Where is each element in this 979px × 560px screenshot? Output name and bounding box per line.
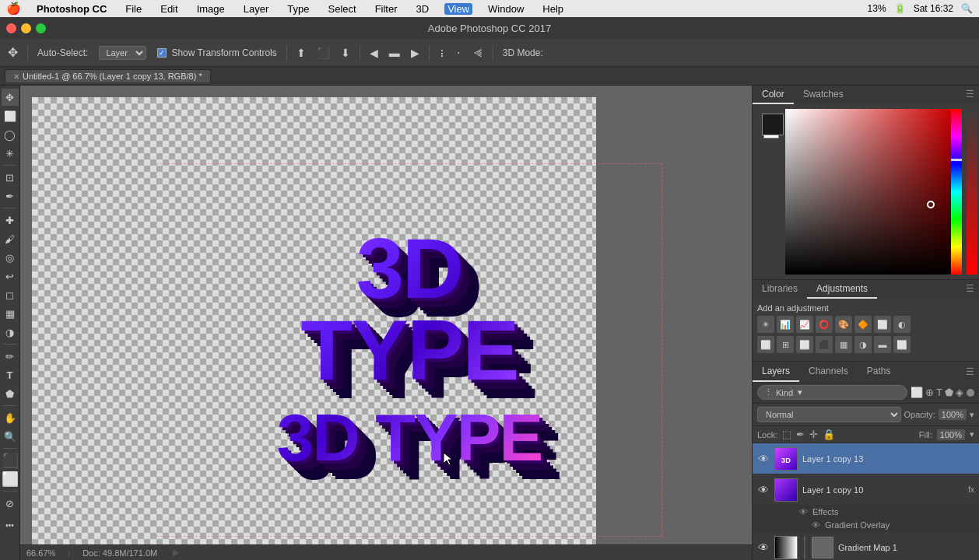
move-tool-btn[interactable]: ✥	[2, 89, 19, 106]
blend-mode-select[interactable]: Normal	[757, 407, 901, 422]
menu-help[interactable]: Help	[539, 3, 567, 15]
align-top[interactable]: ⬆	[293, 45, 309, 61]
selective-color-adj[interactable]: ⬜	[893, 336, 911, 353]
gradient-map-adj[interactable]: ▬	[874, 336, 891, 353]
eraser-btn[interactable]: ◻	[2, 286, 19, 303]
align-left[interactable]: ◀	[367, 45, 381, 61]
layer-item-copy-13[interactable]: 👁 3D Layer 1 copy 13	[753, 443, 979, 474]
filter-pixel-icon[interactable]: ⬜	[911, 387, 923, 398]
layer-visibility-copy-10[interactable]: 👁	[757, 484, 770, 496]
brush-btn[interactable]: 🖌	[2, 230, 19, 247]
mask-btn[interactable]: ⊘	[2, 495, 19, 512]
color-lookup-adj[interactable]: ⬜	[796, 336, 813, 353]
hand-btn[interactable]: ✋	[2, 409, 19, 426]
clone-btn[interactable]: ◎	[2, 249, 19, 266]
opacity-value[interactable]: 100%	[939, 409, 967, 420]
menu-layer[interactable]: Layer	[240, 3, 272, 15]
tab-swatches[interactable]: Swatches	[794, 86, 853, 104]
filter-shape-icon[interactable]: ⬟	[945, 387, 953, 398]
align-middle[interactable]: ⬛	[314, 45, 333, 61]
alpha-strip[interactable]	[967, 109, 977, 275]
filter-adj-icon[interactable]: ⊕	[925, 387, 934, 398]
color-panel-menu[interactable]: ☰	[961, 86, 979, 104]
fg-color-swatch[interactable]: ⬛	[2, 452, 19, 469]
tab-layers[interactable]: Layers	[753, 362, 799, 382]
lock-pixels-icon[interactable]: ⬚	[782, 429, 791, 440]
lock-artboard-icon[interactable]: 🔒	[823, 429, 835, 440]
vibrance-adj[interactable]: 🎨	[835, 316, 852, 333]
align-bottom[interactable]: ⬇	[338, 45, 353, 61]
posterize-adj[interactable]: ▦	[835, 336, 852, 353]
tab-adjustments[interactable]: Adjustments	[807, 280, 877, 299]
tab-libraries[interactable]: Libraries	[753, 280, 807, 299]
pen-btn[interactable]: ✏	[2, 348, 19, 365]
fill-value[interactable]: 100%	[937, 429, 965, 440]
channel-mixer-adj[interactable]: ⊞	[777, 336, 794, 353]
bw-adj[interactable]: ◐	[893, 316, 911, 333]
align-center[interactable]: ▬	[386, 45, 403, 61]
menu-view[interactable]: View	[444, 3, 472, 15]
foreground-color-swatch[interactable]	[762, 114, 784, 135]
curves-adj[interactable]: 📈	[796, 316, 813, 333]
layer-item-gradient-map[interactable]: 👁 Gradient Map 1	[753, 532, 979, 560]
fill-dropdown[interactable]: ▾	[970, 429, 974, 439]
opacity-dropdown[interactable]: ▾	[970, 410, 974, 420]
lock-all-icon[interactable]: ✛	[809, 429, 818, 440]
auto-select-dropdown[interactable]: Layer Group	[96, 44, 149, 61]
menu-file[interactable]: File	[122, 3, 145, 15]
hue-strip[interactable]	[951, 109, 962, 275]
document-tab[interactable]: ✕ Untitled-1 @ 66.7% (Layer 1 copy 13, R…	[5, 69, 211, 82]
color-gradient-picker[interactable]	[785, 109, 951, 275]
threshold-adj[interactable]: ◑	[854, 336, 872, 353]
invert-adj[interactable]: ⬛	[816, 336, 833, 353]
gradient-btn[interactable]: ▦	[2, 305, 19, 322]
layer-visibility-gradient-map[interactable]: 👁	[757, 541, 770, 554]
maximize-button[interactable]	[36, 23, 46, 33]
filter-type-icon[interactable]: T	[936, 387, 942, 398]
brightness-contrast-adj[interactable]: ☀	[757, 316, 774, 333]
lasso-tool-btn[interactable]: ◯	[2, 126, 19, 143]
canvas-area[interactable]: 3DTYPE 3D TYPE 人人素材 66.67% | Doc: 49.8M/…	[20, 86, 752, 560]
extra-btn[interactable]: •••	[2, 516, 19, 534]
align-right[interactable]: ▶	[408, 45, 423, 61]
marquee-tool-btn[interactable]: ⬜	[2, 107, 19, 124]
magic-wand-btn[interactable]: ✳	[2, 145, 19, 162]
show-transform-controls[interactable]: ✓ Show Transform Controls	[154, 46, 279, 60]
menu-image[interactable]: Image	[194, 3, 228, 15]
adj-panel-menu[interactable]: ☰	[961, 280, 979, 299]
distribute-bottom[interactable]: ⫷	[469, 45, 486, 61]
crop-tool-btn[interactable]: ⊡	[2, 169, 19, 186]
menu-type[interactable]: Type	[284, 3, 312, 15]
shape-btn[interactable]: ⬟	[2, 385, 19, 402]
exposure-adj[interactable]: ⭕	[816, 316, 833, 333]
eyedropper-btn[interactable]: ✒	[2, 187, 19, 205]
layer-item-copy-10[interactable]: 👁 Layer 1 copy 10 fx	[753, 474, 979, 506]
distribute-top[interactable]: ⫶	[436, 45, 447, 61]
menu-window[interactable]: Window	[485, 3, 527, 15]
hsl-adj[interactable]: 🔶	[854, 316, 872, 333]
photo-filter-adj[interactable]: ⬜	[757, 336, 774, 353]
levels-adj[interactable]: 📊	[777, 316, 794, 333]
healing-btn[interactable]: ✚	[2, 212, 19, 229]
distribute-center-v[interactable]: ⬝	[452, 45, 465, 61]
layer-select[interactable]: Layer Group	[99, 46, 146, 60]
minimize-button[interactable]	[21, 23, 31, 33]
menu-select[interactable]: Select	[325, 3, 359, 15]
history-btn[interactable]: ↩	[2, 268, 19, 285]
apple-menu[interactable]: 🍎	[6, 2, 21, 16]
search-icon[interactable]: 🔍	[961, 3, 973, 14]
lock-position-icon[interactable]: ✒	[796, 429, 805, 440]
layer-visibility-copy-13[interactable]: 👁	[757, 453, 770, 465]
color-balance-adj[interactable]: ⬜	[874, 316, 891, 333]
bg-color-swatch[interactable]: ⬜	[2, 471, 19, 488]
menu-edit[interactable]: Edit	[157, 3, 181, 15]
transform-checkbox[interactable]: ✓	[157, 48, 167, 58]
menu-filter[interactable]: Filter	[372, 3, 401, 15]
close-button[interactable]	[6, 23, 16, 33]
dodge-btn[interactable]: ◑	[2, 324, 19, 341]
menu-3d[interactable]: 3D	[413, 3, 433, 15]
tab-paths[interactable]: Paths	[858, 362, 900, 382]
filter-smart-icon[interactable]: ◈	[956, 387, 963, 398]
move-tool[interactable]: ✥	[5, 44, 21, 61]
tab-color[interactable]: Color	[753, 86, 794, 104]
